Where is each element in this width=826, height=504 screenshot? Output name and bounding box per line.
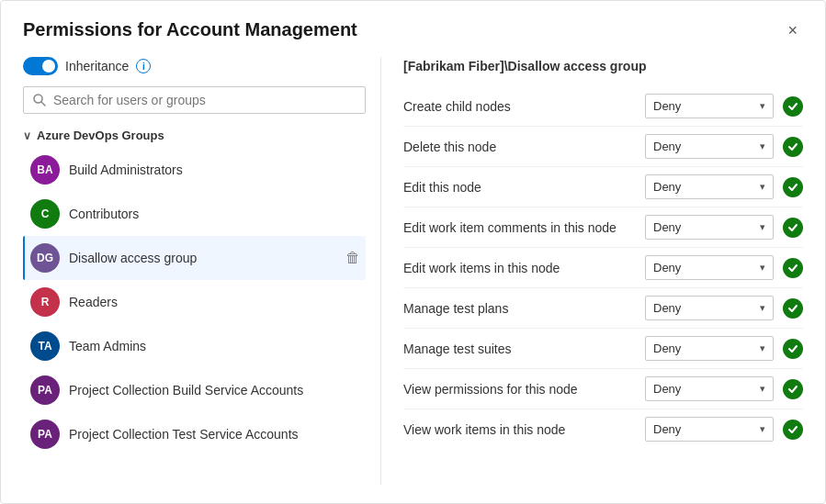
avatar: TA — [30, 331, 60, 361]
chevron-down-icon: ▾ — [760, 140, 765, 152]
permission-status-icon — [783, 258, 803, 278]
avatar: R — [30, 287, 60, 317]
permission-status-icon — [783, 96, 803, 117]
avatar: DG — [30, 243, 60, 273]
permission-label: Edit work item comments in this node — [403, 220, 636, 235]
group-item[interactable]: TA Team Admins — [23, 324, 366, 368]
permission-dropdown[interactable]: Deny ▾ — [645, 336, 774, 361]
permission-label: Delete this node — [403, 140, 636, 154]
toggle-knob — [42, 60, 55, 73]
permission-row: View work items in this node Deny ▾ — [403, 409, 803, 449]
avatar: PA — [30, 375, 60, 405]
group-item[interactable]: DG Disallow access group 🗑 — [23, 236, 366, 280]
permission-row: Edit work item comments in this node Den… — [403, 207, 803, 248]
permission-value: Deny — [653, 261, 681, 274]
section-chevron: ∨ — [23, 129, 31, 142]
dialog-title: Permissions for Account Management — [23, 19, 357, 40]
permission-value: Deny — [653, 140, 681, 153]
delete-icon[interactable]: 🗑 — [345, 250, 360, 266]
inheritance-row: Inheritance i — [23, 57, 366, 75]
avatar: C — [30, 199, 60, 229]
left-panel: Inheritance i ∨ Azure DevOps Groups BA B… — [23, 57, 381, 485]
permission-row: Manage test plans Deny ▾ — [403, 288, 803, 329]
chevron-down-icon: ▾ — [760, 302, 765, 314]
permission-label: Edit this node — [403, 180, 636, 195]
permission-dropdown[interactable]: Deny ▾ — [645, 376, 774, 401]
permission-status-icon — [783, 218, 803, 238]
permission-dropdown[interactable]: Deny ▾ — [645, 134, 774, 159]
group-section-label: ∨ Azure DevOps Groups — [23, 125, 366, 148]
permission-label: View work items in this node — [403, 422, 636, 437]
permission-value: Deny — [653, 382, 681, 396]
chevron-down-icon: ▾ — [760, 262, 765, 274]
permission-dropdown[interactable]: Deny ▾ — [645, 296, 774, 320]
group-name: Build Administrators — [69, 162, 360, 177]
permission-value: Deny — [653, 342, 681, 355]
group-name: Project Collection Test Service Accounts — [69, 427, 360, 442]
inheritance-label: Inheritance — [65, 59, 129, 73]
permission-row: Edit this node Deny ▾ — [403, 167, 803, 207]
group-item[interactable]: BA Build Administrators — [23, 148, 366, 192]
group-list: BA Build Administrators C Contributors D… — [23, 148, 366, 456]
close-button[interactable]: × — [782, 20, 803, 40]
search-input[interactable] — [53, 93, 356, 107]
permission-value: Deny — [653, 99, 681, 113]
chevron-down-icon: ▾ — [760, 423, 765, 435]
inheritance-toggle[interactable] — [23, 57, 58, 75]
dialog-header: Permissions for Account Management × — [23, 19, 803, 40]
info-icon[interactable]: i — [136, 59, 151, 73]
permission-row: Edit work items in this node Deny ▾ — [403, 248, 803, 288]
group-item[interactable]: R Readers — [23, 280, 366, 324]
permission-label: View permissions for this node — [403, 382, 636, 397]
dialog-body: Inheritance i ∨ Azure DevOps Groups BA B… — [23, 57, 803, 485]
permission-value: Deny — [653, 301, 681, 315]
permission-label: Manage test plans — [403, 301, 636, 316]
group-name: Contributors — [69, 207, 360, 221]
permission-status-icon — [783, 379, 803, 399]
permission-status-icon — [783, 177, 803, 197]
permission-value: Deny — [653, 180, 681, 194]
group-name: Disallow access group — [69, 251, 336, 265]
avatar: PA — [30, 420, 60, 449]
permission-dropdown[interactable]: Deny ▾ — [645, 417, 774, 442]
permission-label: Edit work items in this node — [403, 261, 636, 275]
chevron-down-icon: ▾ — [760, 342, 765, 354]
permissions-table: Create child nodes Deny ▾ Delete this no… — [403, 86, 803, 449]
permission-dropdown[interactable]: Deny ▾ — [645, 255, 774, 280]
permission-status-icon — [783, 420, 803, 440]
permission-status-icon — [783, 339, 803, 359]
group-name: Team Admins — [69, 339, 360, 353]
group-item[interactable]: C Contributors — [23, 192, 366, 236]
permission-label: Manage test suites — [403, 342, 636, 356]
permission-dropdown[interactable]: Deny ▾ — [645, 215, 774, 240]
right-panel: [Fabrikam Fiber]\Disallow access group C… — [381, 57, 803, 485]
permission-value: Deny — [653, 422, 681, 436]
permission-dropdown[interactable]: Deny ▾ — [645, 174, 774, 199]
selected-group-title: [Fabrikam Fiber]\Disallow access group — [403, 57, 803, 73]
section-title: Azure DevOps Groups — [37, 129, 164, 142]
permission-row: Delete this node Deny ▾ — [403, 127, 803, 167]
group-item[interactable]: PA Project Collection Build Service Acco… — [23, 368, 366, 412]
group-name: Project Collection Build Service Account… — [69, 383, 360, 398]
chevron-down-icon: ▾ — [760, 100, 765, 112]
permission-row: View permissions for this node Deny ▾ — [403, 369, 803, 409]
group-name: Readers — [69, 295, 360, 309]
permission-value: Deny — [653, 220, 681, 234]
avatar: BA — [30, 155, 60, 185]
chevron-down-icon: ▾ — [760, 383, 765, 395]
permission-row: Create child nodes Deny ▾ — [403, 86, 803, 127]
chevron-down-icon: ▾ — [760, 221, 765, 233]
permission-row: Manage test suites Deny ▾ — [403, 329, 803, 369]
permissions-dialog: Permissions for Account Management × Inh… — [0, 0, 826, 504]
permission-status-icon — [783, 137, 803, 157]
permission-label: Create child nodes — [403, 99, 636, 114]
permission-dropdown[interactable]: Deny ▾ — [645, 94, 774, 118]
search-icon — [33, 94, 46, 106]
group-item[interactable]: PA Project Collection Test Service Accou… — [23, 412, 366, 456]
permission-status-icon — [783, 298, 803, 319]
search-box[interactable] — [23, 86, 366, 114]
svg-line-1 — [41, 102, 45, 106]
chevron-down-icon: ▾ — [760, 181, 765, 193]
